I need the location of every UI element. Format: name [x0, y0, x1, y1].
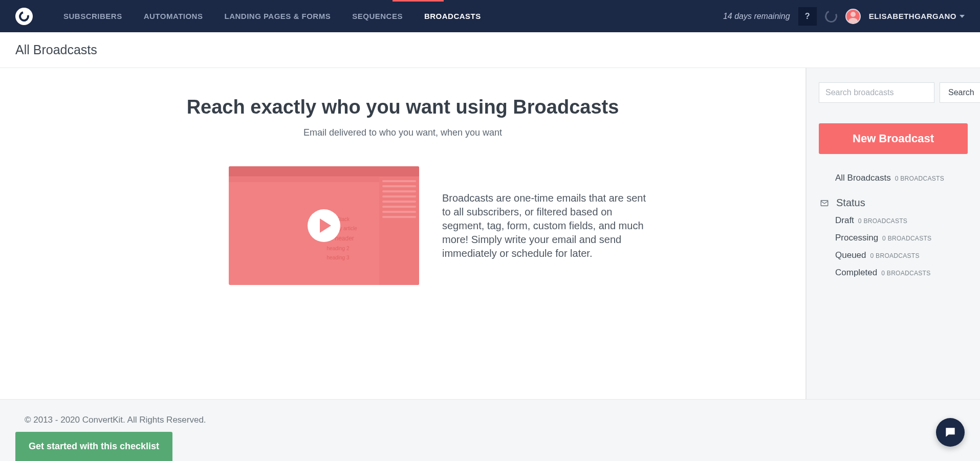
sidebar-item-label: All Broadcasts [835, 173, 891, 183]
nav-landing-pages[interactable]: LANDING PAGES & FORMS [224, 12, 331, 20]
status-header: Status [819, 197, 968, 209]
sidebar-item-count: 0 BROADCASTS [858, 217, 907, 225]
sidebar-item-label: Completed [835, 268, 877, 278]
search-button[interactable]: Search [940, 82, 980, 103]
chat-widget[interactable] [936, 418, 965, 447]
page-header: All Broadcasts [0, 32, 980, 68]
hero-subtitle: Email delivered to who you want, when yo… [132, 127, 674, 138]
search-row: Search [819, 82, 968, 103]
sidebar-item-count: 0 BROADCASTS [882, 235, 931, 242]
help-button[interactable]: ? [798, 7, 817, 26]
sidebar-item-count: 0 BROADCASTS [870, 252, 920, 259]
hero-body: The Stack This is my article new header … [132, 166, 674, 285]
trial-remaining: 14 days remaining [723, 12, 790, 21]
nav-broadcasts[interactable]: BROADCASTS [424, 12, 481, 20]
sidebar-status-queued[interactable]: Queued 0 BROADCASTS [819, 247, 968, 264]
logo-icon[interactable] [15, 8, 33, 25]
sidebar-item-count: 0 BROADCASTS [895, 175, 944, 182]
chevron-down-icon [960, 15, 965, 18]
username-label: ELISABETHGARGANO [869, 12, 956, 20]
mail-icon [820, 199, 829, 208]
play-icon [308, 209, 340, 242]
sidebar-item-count: 0 BROADCASTS [881, 270, 930, 277]
hero-title: Reach exactly who you want using Broadca… [132, 96, 674, 118]
nav-subscribers[interactable]: SUBSCRIBERS [63, 12, 122, 20]
status-label: Status [836, 197, 865, 209]
video-thumbnail[interactable]: The Stack This is my article new header … [229, 166, 419, 285]
nav-links: SUBSCRIBERS AUTOMATIONS LANDING PAGES & … [63, 12, 481, 20]
sidebar-item-label: Draft [835, 215, 854, 226]
hero: Reach exactly who you want using Broadca… [132, 96, 674, 285]
search-input[interactable] [819, 82, 934, 103]
sidebar-status-completed[interactable]: Completed 0 BROADCASTS [819, 264, 968, 281]
hero-description: Broadcasts are one-time emails that are … [442, 191, 657, 260]
avatar[interactable] [845, 9, 861, 24]
nav-right: 14 days remaining ? ELISABETHGARGANO [723, 7, 965, 26]
top-nav: SUBSCRIBERS AUTOMATIONS LANDING PAGES & … [0, 0, 980, 32]
nav-sequences[interactable]: SEQUENCES [352, 12, 403, 20]
nav-automations[interactable]: AUTOMATIONS [144, 12, 203, 20]
chat-icon [944, 426, 957, 439]
page-title: All Broadcasts [15, 42, 965, 57]
footer: © 2013 - 2020 ConvertKit. All Rights Res… [0, 399, 980, 461]
sidebar-item-label: Processing [835, 233, 878, 243]
sidebar-status-processing[interactable]: Processing 0 BROADCASTS [819, 229, 968, 247]
sidebar-item-label: Queued [835, 250, 866, 260]
sidebar-status-draft[interactable]: Draft 0 BROADCASTS [819, 212, 968, 229]
new-broadcast-button[interactable]: New Broadcast [819, 123, 968, 154]
checklist-button[interactable]: Get started with this checklist [15, 432, 172, 461]
sidebar-all-broadcasts[interactable]: All Broadcasts 0 BROADCASTS [819, 169, 968, 187]
nav-accent [393, 0, 444, 2]
user-menu[interactable]: ELISABETHGARGANO [869, 12, 965, 20]
loading-icon [823, 8, 839, 24]
